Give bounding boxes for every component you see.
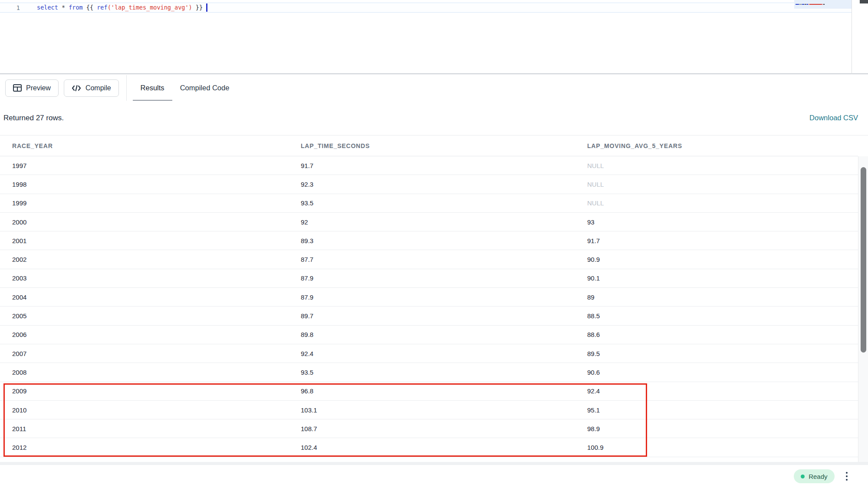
cell-lap-time-seconds: 89.7 <box>289 312 575 320</box>
compile-button[interactable]: Compile <box>64 79 119 97</box>
table-scrollbar-track[interactable] <box>858 156 868 462</box>
cell-lap-time-seconds: 87.7 <box>289 256 575 263</box>
table-header-row: RACE_YEAR LAP_TIME_SECONDS LAP_MOVING_AV… <box>0 135 858 156</box>
table-body: 1997 91.7 NULL 1998 92.3 NULL 1999 93.5 … <box>0 156 868 457</box>
table-scrollbar-thumb[interactable] <box>861 167 866 353</box>
results-table: RACE_YEAR LAP_TIME_SECONDS LAP_MOVING_AV… <box>0 135 868 462</box>
cell-race-year: 2002 <box>0 256 289 263</box>
cell-lap-time-seconds: 93.5 <box>289 369 575 376</box>
table-row: 2001 89.3 91.7 <box>0 231 858 250</box>
cell-lap-moving-avg: NULL <box>575 199 858 207</box>
cell-lap-moving-avg: 89.5 <box>575 350 858 357</box>
cell-lap-moving-avg: 95.1 <box>575 406 858 414</box>
cell-lap-time-seconds: 92 <box>289 218 575 226</box>
ready-dot-icon <box>801 475 805 478</box>
cell-lap-time-seconds: 93.5 <box>289 199 575 207</box>
status-badge: Ready <box>794 469 834 483</box>
cell-lap-moving-avg: 90.6 <box>575 369 858 376</box>
cell-race-year: 2011 <box>0 425 289 432</box>
cell-lap-moving-avg: 92.4 <box>575 387 858 395</box>
cell-lap-moving-avg: 88.5 <box>575 312 858 320</box>
toolbar-divider <box>126 75 127 101</box>
cell-race-year: 2007 <box>0 350 289 357</box>
cell-race-year: 2008 <box>0 369 289 376</box>
cell-race-year: 2004 <box>0 293 289 301</box>
table-row: 1997 91.7 NULL <box>0 156 858 175</box>
cell-lap-time-seconds: 103.1 <box>289 406 575 414</box>
results-tabs: Results Compiled Code <box>133 75 237 101</box>
compile-button-label: Compile <box>85 84 111 92</box>
table-row: 2004 87.9 89 <box>0 288 858 307</box>
table-row: 2008 93.5 90.6 <box>0 363 858 382</box>
returned-rows-text: Returned 27 rows. <box>3 114 64 122</box>
editor-actions: Preview Compile <box>0 75 119 101</box>
cell-race-year: 2005 <box>0 312 289 320</box>
code-brackets-icon <box>72 85 81 92</box>
table-row: 2000 92 93 <box>0 213 858 231</box>
cell-lap-time-seconds: 87.9 <box>289 274 575 282</box>
table-row: 1999 93.5 NULL <box>0 194 858 213</box>
code-line-content[interactable]: select * from {{ ref('lap_times_moving_a… <box>37 3 207 12</box>
cell-race-year: 1999 <box>0 199 289 207</box>
results-summary-bar: Returned 27 rows. Download CSV <box>0 101 868 135</box>
cell-lap-moving-avg: 91.7 <box>575 237 858 244</box>
cell-lap-moving-avg: 88.6 <box>575 331 858 338</box>
column-header-race-year: RACE_YEAR <box>0 142 289 149</box>
table-row: 2007 92.4 89.5 <box>0 344 858 363</box>
cell-race-year: 2012 <box>0 444 289 451</box>
cell-race-year: 2006 <box>0 331 289 338</box>
cell-lap-moving-avg: 100.9 <box>575 444 858 451</box>
cell-lap-time-seconds: 102.4 <box>289 444 575 451</box>
editor-active-line[interactable]: 1 select * from {{ ref('lap_times_moving… <box>0 3 852 13</box>
table-row: 2003 87.9 90.1 <box>0 269 858 288</box>
column-header-lap-moving-avg: LAP_MOVING_AVG_5_YEARS <box>575 142 858 149</box>
editor-minimap[interactable] <box>794 0 852 9</box>
cell-lap-time-seconds: 96.8 <box>289 387 575 395</box>
cell-lap-moving-avg: 89 <box>575 293 858 301</box>
preview-button-label: Preview <box>26 84 51 92</box>
cell-lap-moving-avg: NULL <box>575 181 858 188</box>
cell-lap-time-seconds: 89.3 <box>289 237 575 244</box>
table-row: 2005 89.7 88.5 <box>0 307 858 325</box>
dbt-ide-screen: 1 select * from {{ ref('lap_times_moving… <box>0 0 868 488</box>
column-header-lap-time-seconds: LAP_TIME_SECONDS <box>289 142 575 149</box>
table-row: 2010 103.1 95.1 <box>0 401 858 419</box>
results-toolbar: Preview Compile Results Compiled Code <box>0 75 868 101</box>
cell-lap-time-seconds: 89.8 <box>289 331 575 338</box>
cell-lap-time-seconds: 91.7 <box>289 162 575 169</box>
cell-race-year: 1997 <box>0 162 289 169</box>
table-row: 2002 87.7 90.9 <box>0 250 858 269</box>
line-number: 1 <box>12 4 20 11</box>
cell-race-year: 2001 <box>0 237 289 244</box>
cell-race-year: 2003 <box>0 274 289 282</box>
tab-results-label: Results <box>141 84 164 92</box>
cell-race-year: 2000 <box>0 218 289 226</box>
table-row: 2012 102.4 100.9 <box>0 438 858 457</box>
text-cursor <box>206 3 207 12</box>
cell-lap-moving-avg: 90.1 <box>575 274 858 282</box>
editor-scroll-divider <box>852 0 852 74</box>
download-csv-link[interactable]: Download CSV <box>809 114 858 122</box>
cell-lap-moving-avg: 93 <box>575 218 858 226</box>
tab-compiled-code-label: Compiled Code <box>180 84 230 92</box>
cell-race-year: 1998 <box>0 181 289 188</box>
preview-button[interactable]: Preview <box>5 79 59 97</box>
kebab-menu-icon[interactable] <box>844 470 850 483</box>
table-row: 2009 96.8 92.4 <box>0 382 858 401</box>
editor-hscroll-thumb[interactable] <box>860 0 868 3</box>
table-row: 1998 92.3 NULL <box>0 175 858 194</box>
tab-compiled-code[interactable]: Compiled Code <box>172 75 237 101</box>
table-row: 2011 108.7 98.9 <box>0 419 858 438</box>
status-bar: Ready <box>0 462 868 488</box>
cell-lap-time-seconds: 108.7 <box>289 425 575 432</box>
table-grid-icon <box>13 84 22 92</box>
cell-lap-time-seconds: 87.9 <box>289 293 575 301</box>
cell-lap-time-seconds: 92.3 <box>289 181 575 188</box>
cell-lap-time-seconds: 92.4 <box>289 350 575 357</box>
sql-editor[interactable]: 1 select * from {{ ref('lap_times_moving… <box>0 0 868 74</box>
table-row: 2006 89.8 88.6 <box>0 326 858 344</box>
cell-lap-moving-avg: 90.9 <box>575 256 858 263</box>
cell-lap-moving-avg: 98.9 <box>575 425 858 432</box>
cell-race-year: 2009 <box>0 387 289 395</box>
tab-results[interactable]: Results <box>133 75 172 101</box>
